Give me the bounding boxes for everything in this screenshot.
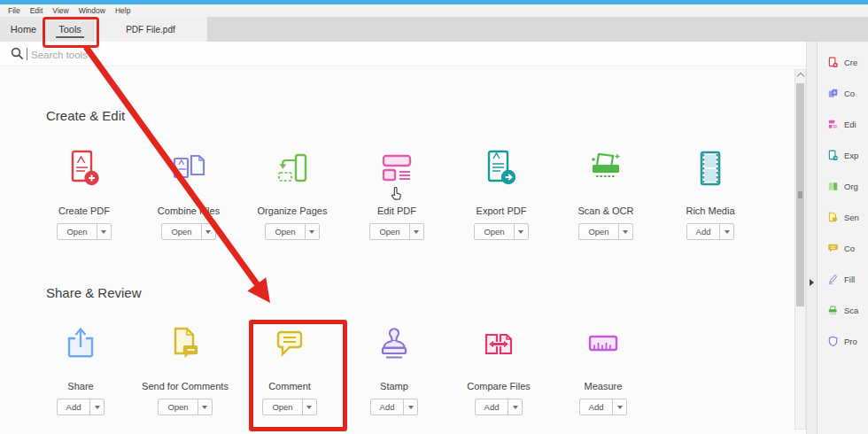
tool-card-combine-files: Combine Files Open [140,149,237,240]
button-label[interactable]: Open [266,224,304,239]
panel-item-label: Sen [844,213,859,222]
section-title-create-edit: Create & Edit [46,108,125,123]
dropdown-arrow-icon[interactable] [302,399,316,415]
dropdown-arrow-icon[interactable] [508,399,522,415]
menu-view[interactable]: View [52,6,68,15]
button-label[interactable]: Open [159,399,197,415]
menu-file[interactable]: File [8,6,20,15]
comment-open-button[interactable]: Open [262,399,316,415]
organize-pages-icon [273,149,312,188]
tab-tools[interactable]: Tools [47,17,93,42]
panel-item-label: Fill [844,275,855,284]
measure-icon [584,324,623,363]
dropdown-arrow-icon[interactable] [97,224,111,239]
right-tools-panel: Cre Co Edi Exp [817,42,868,434]
tool-card-compare-files: Compare Files Add [450,324,547,415]
panel-item-comment[interactable]: Co [827,241,855,255]
tool-label: Send for Comments [142,381,229,391]
button-label[interactable]: Add [476,399,508,415]
search-input[interactable] [29,45,493,65]
panel-item-label: Exp [844,151,858,160]
scan-ocr-icon [586,149,625,188]
button-label[interactable]: Open [263,399,301,415]
comment-icon [270,324,309,363]
scroll-up-icon[interactable] [795,70,805,81]
panel-item-label: Co [844,89,855,98]
button-label[interactable]: Open [579,224,617,239]
dropdown-arrow-icon[interactable] [719,224,733,239]
button-label[interactable]: Open [58,224,96,239]
button-label[interactable]: Add [687,224,720,239]
panel-item-create-pdf[interactable]: Cre [827,55,857,69]
panel-item-scan-ocr[interactable]: Sca [827,303,858,317]
tool-card-organize-pages: Organize Pages Open [244,149,341,240]
button-label[interactable]: Add [58,399,90,415]
tool-label: Compare Files [467,381,531,391]
send-for-comments-open-button[interactable]: Open [158,399,212,415]
panel-collapse-arrow-icon[interactable] [810,279,814,286]
tool-label: Combine Files [158,205,220,216]
tab-bar: Home Tools PDF File.pdf [0,17,868,42]
edit-pdf-open-button[interactable]: Open [369,223,423,240]
dropdown-arrow-icon[interactable] [198,399,212,415]
hand-cursor-icon [391,187,401,204]
rich-media-add-button[interactable]: Add [686,223,735,240]
tool-label: Organize Pages [258,205,328,216]
menu-help[interactable]: Help [115,6,130,15]
create-pdf-icon [827,57,839,68]
share-add-button[interactable]: Add [57,399,105,415]
compare-files-add-button[interactable]: Add [475,399,523,415]
organize-pages-open-button[interactable]: Open [265,223,319,240]
share-icon [61,324,100,363]
stamp-add-button[interactable]: Add [370,399,419,415]
button-label[interactable]: Open [370,224,408,239]
dropdown-arrow-icon[interactable] [201,224,215,239]
dropdown-arrow-icon[interactable] [409,224,423,239]
vertical-scrollbar[interactable] [794,69,806,430]
dropdown-arrow-icon[interactable] [305,224,319,239]
button-label[interactable]: Open [475,224,513,239]
scan-ocr-open-button[interactable]: Open [578,223,632,240]
button-label[interactable]: Open [162,224,200,239]
send-for-comments-icon [166,324,205,363]
button-label[interactable]: Add [371,399,404,415]
export-pdf-icon [482,149,521,188]
menu-bar: File Edit View Window Help [0,4,868,17]
scrollbar-thumb[interactable] [796,83,804,306]
comment-icon [827,243,839,254]
panel-item-label: Pro [844,337,857,346]
search-bar [0,42,806,66]
panel-item-label: Co [844,244,855,253]
tab-home-label: Home [11,24,36,35]
panel-item-fill-sign[interactable]: Fill [827,272,855,286]
tool-card-comment: Comment Open [241,324,338,415]
tool-card-create-pdf: Create PDF Open [35,149,133,240]
panel-item-export-pdf[interactable]: Exp [827,148,858,162]
acrobat-tools-window: File Edit View Window Help Home Tools PD… [0,0,868,434]
tab-tools-label: Tools [56,21,84,38]
menu-edit[interactable]: Edit [30,6,43,15]
menu-window[interactable]: Window [79,6,105,15]
scan-ocr-icon [827,305,839,316]
dropdown-arrow-icon[interactable] [612,399,626,415]
tool-card-send-for-comments: Send for Comments Open [136,324,234,415]
tool-label: Measure [585,381,623,391]
dropdown-arrow-icon[interactable] [618,224,632,239]
create-pdf-open-button[interactable]: Open [57,223,111,240]
search-icon [11,47,24,60]
panel-item-combine-files[interactable]: Co [827,86,855,100]
panel-item-organize-pages[interactable]: Org [827,179,858,193]
panel-item-edit-pdf[interactable]: Edi [827,117,856,131]
tab-home[interactable]: Home [0,17,47,42]
panel-item-send-for-comments[interactable]: Sen [827,210,859,224]
combine-files-open-button[interactable]: Open [161,223,215,240]
tab-pdf-file-label: PDF File.pdf [126,25,175,35]
panel-item-protect[interactable]: Pro [827,334,857,348]
dropdown-arrow-icon[interactable] [514,224,528,239]
dropdown-arrow-icon[interactable] [403,399,417,415]
tab-pdf-file[interactable]: PDF File.pdf [93,17,208,42]
export-pdf-open-button[interactable]: Open [474,223,528,240]
measure-add-button[interactable]: Add [579,399,628,415]
dropdown-arrow-icon[interactable] [89,399,104,415]
button-label[interactable]: Add [580,399,613,415]
